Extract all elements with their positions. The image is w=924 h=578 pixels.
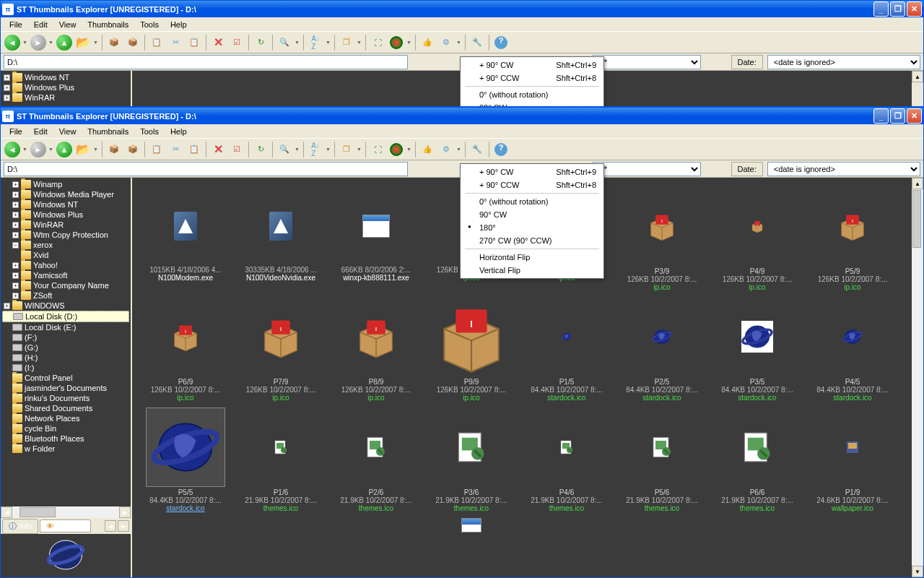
title-text: ST Thumbnails Explorer [UNREGISTERED] - … [17,5,873,14]
maximize-button[interactable]: ❐ [890,1,905,17]
tree-label: Windows Plus [25,83,74,92]
address-input[interactable] [4,55,408,69]
help-button[interactable]: ? [492,34,510,51]
dropdown-arrow[interactable]: ▼ [93,40,99,45]
minimize-button[interactable]: _ [873,1,889,17]
dd-item[interactable]: + 90° CCWShft+Ctrl+8 [462,72,602,85]
dd-item[interactable]: + 90° CWShft+Ctrl+9 [462,59,602,72]
up-button[interactable]: ▲ [56,34,73,51]
paste-button[interactable]: 📋 [186,34,203,51]
tools-button[interactable]: 🔧 [468,34,486,51]
menu-view[interactable]: View [53,19,82,30]
folder-icon [12,93,22,102]
folder-icon [12,73,22,82]
filter-input[interactable]: *.* [593,55,701,69]
dropdown-arrow[interactable]: ▼ [48,40,54,45]
back-button[interactable]: ◄ [4,34,21,51]
check-button[interactable]: ☑ [228,34,245,51]
menu-edit[interactable]: Edit [28,19,53,30]
new-button[interactable]: 📦 [105,34,123,51]
toolbar: ◄▼►▼▲📂▼📦📦📋✂📋✕☑↻🔍▼A↓Z▼❐▼⛶▼👍⚙▼🔧? [1,32,923,53]
menubar: FileEditViewThumbnailsToolsHelp [1,17,923,32]
window-top: π ST Thumbnails Explorer [UNREGISTERED] … [0,0,924,107]
forward-button[interactable]: ► [30,34,47,51]
thumb-button[interactable]: 👍 [419,34,436,51]
app-icon: π [2,4,14,15]
tree-item[interactable]: +WinRAR [2,92,129,103]
refresh-button[interactable]: ↻ [252,34,269,51]
tree-top[interactable]: +Windows NT+Windows Plus+WinRAR [1,71,131,106]
layers-button[interactable]: ❐ [338,34,355,51]
tree-label: Windows NT [25,73,69,82]
pkg-button[interactable]: 📦 [124,34,141,51]
dropdown-arrow[interactable]: ▼ [456,40,462,45]
delete-button[interactable]: ✕ [209,34,227,51]
tree-label: WinRAR [25,93,55,102]
sort-button[interactable]: A↓Z [307,34,324,51]
menu-tools[interactable]: Tools [134,19,165,30]
date-button[interactable]: Date: [731,55,763,69]
date-input[interactable]: <date is ignored> [767,55,920,69]
close-button[interactable]: ✕ [907,1,922,17]
dropdown-arrow[interactable]: ▼ [406,40,412,45]
expand-icon[interactable]: + [4,74,10,81]
dd-item[interactable]: 90° CW [462,101,602,107]
fit-button[interactable]: ⛶ [369,34,386,51]
copy-button[interactable]: 📋 [148,34,165,51]
menu-file[interactable]: File [4,19,28,30]
zoom-button[interactable]: 🔍 [276,34,293,51]
tree-item[interactable]: +Windows NT [2,72,129,82]
dropdown-arrow[interactable]: ▼ [326,40,331,45]
rotate-button[interactable] [388,34,405,51]
dropdown-arrow[interactable]: ▼ [22,40,28,45]
menu-help[interactable]: Help [165,19,193,30]
menu-thumbnails[interactable]: Thumbnails [82,19,134,30]
window-controls: _ ❐ ✕ [873,1,922,17]
sidebar-top: +Windows NT+Windows Plus+WinRAR [1,71,132,106]
folder-button[interactable]: 📂 [74,34,92,51]
expand-icon[interactable]: + [4,85,10,91]
vscroll-top[interactable]: ▲ [912,71,923,106]
dd-item[interactable]: 0° (without rotation) [462,88,602,101]
expand-icon[interactable]: + [4,95,10,101]
folder-icon [12,83,22,92]
gear-button[interactable]: ⚙ [437,34,455,51]
dropdown-arrow[interactable]: ▼ [295,40,300,45]
dropdown-arrow[interactable]: ▼ [357,40,362,45]
cut-button[interactable]: ✂ [167,34,184,51]
dd-separator [465,86,599,87]
rotation-dropdown-top[interactable]: + 90° CWShft+Ctrl+9 + 90° CCWShft+Ctrl+8… [460,56,604,107]
titlebar[interactable]: π ST Thumbnails Explorer [UNREGISTERED] … [1,1,923,17]
tree-item[interactable]: +Windows Plus [2,82,129,92]
